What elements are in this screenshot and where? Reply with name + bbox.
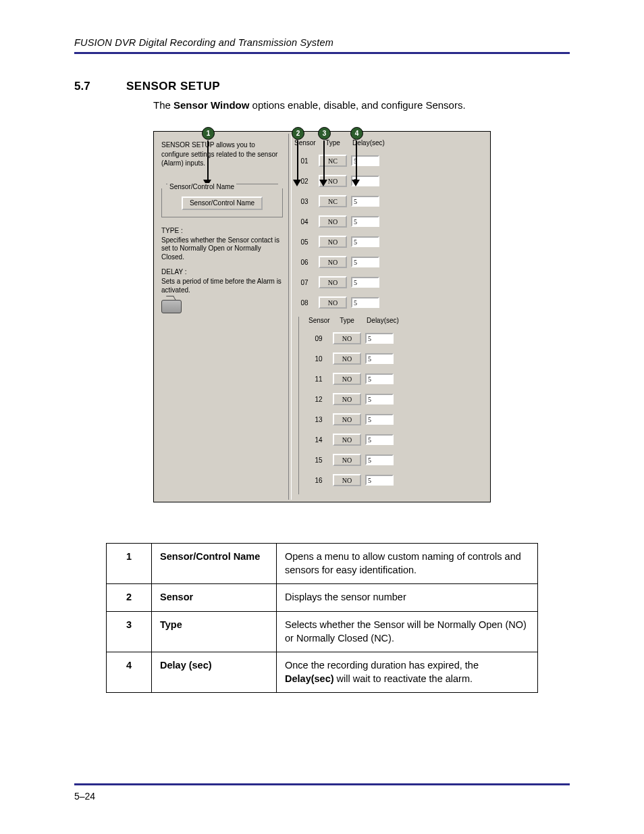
sensor-type-button[interactable]: NO xyxy=(333,332,361,344)
sensor-setup-panel: SENSOR SETUP allows you to configure set… xyxy=(153,131,491,502)
reference-table: 1 Sensor/Control Name Opens a menu to al… xyxy=(106,543,538,693)
sensor-control-name-button[interactable]: Sensor/Control Name xyxy=(182,197,263,210)
callout-arrow-2-stem xyxy=(297,140,298,181)
sensor-delay-input[interactable] xyxy=(365,475,394,486)
ref-desc-pre: Once the recording duration has expired,… xyxy=(285,660,479,671)
sensor-number: 06 xyxy=(294,259,315,266)
sensor-row: 05NO xyxy=(294,236,405,248)
section-title: SENSOR SETUP xyxy=(126,80,220,93)
sensor-row: 07NO xyxy=(294,276,405,288)
ref-term: Sensor/Control Name xyxy=(152,544,277,584)
sensor-number: 15 xyxy=(308,457,329,464)
sensor-type-button[interactable]: NO xyxy=(319,236,347,248)
column-header-row: Sensor Type Delay(sec) xyxy=(294,139,405,147)
sensor-number: 05 xyxy=(294,238,315,246)
footer-rule xyxy=(74,783,570,785)
sensor-row: 16NO xyxy=(308,474,419,486)
sensor-row: 03NC xyxy=(294,195,405,207)
sensor-delay-input[interactable] xyxy=(365,414,394,425)
sensor-type-button[interactable]: NO xyxy=(319,296,347,309)
sensor-row: 09NO xyxy=(308,332,419,344)
sensor-type-button[interactable]: NO xyxy=(333,454,361,466)
sensor-delay-input[interactable] xyxy=(365,353,394,364)
callout-arrow-4-stem xyxy=(356,140,357,181)
sensor-number: 14 xyxy=(308,436,329,444)
table-row: 1 Sensor/Control Name Opens a menu to al… xyxy=(107,544,538,584)
ref-index: 1 xyxy=(107,544,152,584)
sensor-number: 10 xyxy=(308,355,329,363)
sensor-row: 10NO xyxy=(308,353,419,365)
panel-caption: SENSOR SETUP allows you to configure set… xyxy=(161,140,283,168)
sensor-row: 12NO xyxy=(308,393,419,405)
sensor-type-button[interactable]: NO xyxy=(333,413,361,425)
sensor-delay-input[interactable] xyxy=(351,297,379,308)
ref-desc: Opens a menu to allow custom naming of c… xyxy=(277,544,538,584)
sensor-number: 03 xyxy=(294,198,315,205)
sensor-type-button[interactable]: NO xyxy=(319,256,347,268)
col-header-sensor: Sensor xyxy=(308,317,329,324)
sensor-number: 11 xyxy=(308,375,329,383)
keyboard-icon xyxy=(161,300,182,313)
sensor-delay-input[interactable] xyxy=(351,196,379,207)
callout-arrow-1-stem xyxy=(207,140,209,181)
sensor-type-button[interactable]: NO xyxy=(319,276,347,288)
sensor-number: 13 xyxy=(308,416,329,423)
running-header: FUSION DVR Digital Recording and Transmi… xyxy=(74,37,570,48)
col-header-type: Type xyxy=(333,317,361,324)
sensor-delay-input[interactable] xyxy=(351,257,379,267)
type-heading: TYPE : xyxy=(161,227,283,234)
sensor-row: 08NO xyxy=(294,296,405,309)
sensor-row: 04NO xyxy=(294,215,405,228)
sensor-control-name-group: Sensor/Control Name Sensor/Control Name xyxy=(161,188,283,217)
ref-index: 4 xyxy=(107,652,152,693)
sensor-number: 04 xyxy=(294,218,315,226)
callout-arrow-3-head xyxy=(319,180,327,186)
col-header-delay: Delay(sec) xyxy=(365,317,400,324)
ref-desc: Once the recording duration has expired,… xyxy=(277,652,538,693)
delay-heading: DELAY : xyxy=(161,268,283,276)
sensor-type-button[interactable]: NO xyxy=(333,353,361,365)
sensor-number: 12 xyxy=(308,396,329,403)
ref-term: Delay (sec) xyxy=(152,652,277,693)
sensor-delay-input[interactable] xyxy=(351,236,379,247)
sensor-type-button[interactable]: NO xyxy=(333,393,361,405)
sensor-column-right: Sensor Type Delay(sec) 09NO10NO11NO12NO1… xyxy=(298,317,419,494)
sensor-type-button[interactable]: NO xyxy=(333,373,361,385)
sensor-delay-input[interactable] xyxy=(365,454,394,465)
table-row: 2 Sensor Displays the sensor number xyxy=(107,584,538,612)
callout-arrow-4-head xyxy=(352,180,360,186)
sensor-type-button[interactable]: NO xyxy=(333,474,361,486)
sensor-number: 08 xyxy=(294,299,315,307)
ref-index: 2 xyxy=(107,584,152,612)
sensor-delay-input[interactable] xyxy=(365,333,394,344)
sensor-row: 06NO xyxy=(294,256,405,268)
sensor-delay-input[interactable] xyxy=(351,277,379,288)
ref-desc-post: will wait to reactivate the alarm. xyxy=(334,673,473,684)
ref-term: Sensor xyxy=(152,584,277,612)
callout-arrow-3-stem xyxy=(323,140,325,181)
screenshot-figure: 1 2 3 4 SENSOR SETUP allows you to confi… xyxy=(153,131,491,502)
ref-desc-bold: Delay(sec) xyxy=(285,673,334,684)
sensor-type-button[interactable]: NO xyxy=(319,215,347,228)
sensor-row: 14NO xyxy=(308,434,419,446)
section-number: 5.7 xyxy=(74,80,111,93)
table-row: 4 Delay (sec) Once the recording duratio… xyxy=(107,652,538,693)
sensor-delay-input[interactable] xyxy=(351,216,379,227)
sensor-number: 09 xyxy=(308,335,329,342)
type-body: Specifies whether the Sensor contact is … xyxy=(161,236,283,262)
intro-post: options enable, disable, and configure S… xyxy=(249,99,465,111)
sensor-column-left: Sensor Type Delay(sec) 01NC02NO03NC04NO0… xyxy=(294,139,405,317)
intro-bold: Sensor Window xyxy=(173,99,249,111)
sensor-delay-input[interactable] xyxy=(365,373,394,384)
sensor-type-button[interactable]: NC xyxy=(319,195,347,207)
sensor-row: 01NC xyxy=(294,155,405,167)
sensor-columns: Sensor Type Delay(sec) 01NC02NO03NC04NO0… xyxy=(292,134,488,500)
sensor-delay-input[interactable] xyxy=(365,394,394,405)
sensor-delay-input[interactable] xyxy=(365,434,394,445)
intro-pre: The xyxy=(153,99,173,111)
sensor-type-button[interactable]: NO xyxy=(333,434,361,446)
callout-arrow-2-head xyxy=(293,180,301,186)
header-rule xyxy=(74,52,570,54)
table-row: 3 Type Selects whether the Sensor will b… xyxy=(107,611,538,652)
section-intro: The Sensor Window options enable, disabl… xyxy=(153,99,570,112)
